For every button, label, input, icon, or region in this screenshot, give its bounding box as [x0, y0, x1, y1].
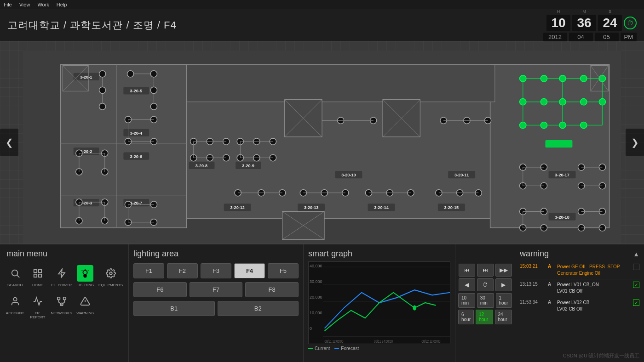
y-label-30000: 30,000 [310, 279, 322, 284]
menu-item-tr-report[interactable]: TR. REPORT [27, 291, 48, 322]
svg-text:08/12 12:00:00: 08/12 12:00:00 [422, 339, 441, 344]
time-30min[interactable]: 30 min [477, 293, 494, 308]
floor-f8[interactable]: F8 [245, 282, 299, 297]
warning-time-3: 11:53:34 [520, 300, 545, 305]
smart-graph-panel: smart graph 40,000 30,000 20,000 10,000 … [304, 244, 455, 362]
clock-period: PM [621, 33, 637, 41]
svg-line-194 [88, 271, 88, 271]
menu-lighting-label: LIGHTING [77, 283, 94, 288]
svg-text:3-20-11: 3-20-11 [454, 173, 469, 177]
svg-point-47 [99, 103, 106, 110]
menu-item-networks[interactable]: NETWORKS [50, 291, 73, 322]
warning-text-3: Power LV02 CBLV02 CB Off [557, 300, 630, 312]
svg-rect-188 [39, 270, 41, 272]
warning-title: warning [520, 249, 549, 259]
warning-text-1: Power GE OIL_PRESS_STOP Generator Engine… [557, 264, 630, 277]
account-icon [7, 293, 23, 310]
nav-left-button[interactable]: ❮ [0, 129, 18, 156]
ctrl-row-2: ◀ ⏱ ▶ [458, 278, 512, 291]
time-6hour[interactable]: 6 hour [458, 310, 474, 324]
menu-search-label: SEARCH [7, 283, 23, 288]
time-10min[interactable]: 10 min [458, 293, 475, 308]
warning-check-3[interactable]: ✓ [633, 300, 639, 306]
menu-help[interactable]: Help [57, 2, 67, 7]
menu-work[interactable]: Work [37, 2, 49, 7]
svg-point-52 [150, 87, 157, 93]
y-label-20000: 20,000 [310, 295, 322, 300]
svg-point-185 [12, 270, 17, 276]
svg-point-195 [109, 272, 112, 275]
menu-home-label: HOME [32, 283, 43, 288]
ctrl-skip-next[interactable]: ⏭ [477, 264, 494, 277]
menu-item-equipments[interactable]: EQUIPMENTS [98, 263, 124, 289]
floor-f7[interactable]: F7 [190, 282, 243, 297]
ctrl-fast-forward[interactable]: ▶▶ [495, 264, 512, 277]
floor-b2[interactable]: B2 [218, 301, 299, 316]
ctrl-next[interactable]: ▶ [495, 278, 512, 291]
warning-text-2: Power LV01 CB_ONLV01 CB Off [557, 282, 630, 294]
floor-f5[interactable]: F5 [268, 263, 299, 278]
svg-point-133 [581, 75, 587, 82]
warning-check-1[interactable] [633, 264, 639, 270]
main-menu-grid: SEARCH HOME EL. POWER [5, 263, 124, 322]
time-12hour[interactable]: 12 hour [476, 310, 493, 324]
svg-text:3-20-14: 3-20-14 [374, 205, 389, 210]
floor-f4[interactable]: F4 [234, 263, 265, 278]
menu-item-home[interactable]: HOME [27, 263, 48, 289]
warning-check-2[interactable]: ✓ [633, 282, 639, 288]
svg-point-135 [520, 99, 526, 105]
svg-rect-190 [39, 274, 41, 277]
floor-f6[interactable]: F6 [133, 282, 187, 297]
menu-item-search[interactable]: SEARCH [5, 263, 25, 289]
menu-file[interactable]: File [4, 2, 12, 7]
floor-b1[interactable]: B1 [133, 301, 215, 316]
nav-right-button[interactable]: ❯ [626, 129, 644, 156]
svg-point-53 [150, 103, 157, 110]
menu-item-warning[interactable]: WARNING [75, 291, 96, 322]
warning-expand-button[interactable]: ▲ [633, 250, 639, 258]
warning-title-bar: warning ▲ [520, 249, 639, 259]
svg-point-134 [599, 75, 605, 82]
warning-item-3: 11:53:34 A Power LV02 CBLV02 CB Off ✓ [520, 297, 639, 315]
svg-point-211 [413, 305, 416, 311]
y-label-10000: 10,000 [310, 311, 322, 315]
clock-time: H 10 M 36 S 24 ⏱ [546, 9, 637, 31]
lighting-area-title: lighting area [133, 249, 299, 259]
network-icon [53, 293, 70, 310]
menu-item-account[interactable]: ACCOUNT [5, 291, 25, 322]
menu-view[interactable]: View [19, 2, 30, 7]
warning-level-1: A [548, 264, 554, 269]
ctrl-prev[interactable]: ◀ [459, 278, 475, 291]
floor-f1[interactable]: F1 [133, 263, 164, 278]
svg-rect-2 [186, 97, 494, 219]
ctrl-clock[interactable]: ⏱ [477, 278, 494, 291]
second-label: S [609, 9, 611, 14]
ctrl-row-1: ⏮ ⏭ ▶▶ [458, 264, 512, 277]
tr-report-icon [29, 293, 46, 310]
warning-level-3: A [548, 300, 554, 305]
svg-point-50 [127, 71, 133, 77]
floor-f2[interactable]: F2 [167, 263, 198, 278]
time-24hour[interactable]: 24 hour [495, 310, 512, 324]
svg-point-140 [520, 122, 526, 128]
clock-date: 2012 04 05 PM [543, 33, 637, 41]
svg-rect-187 [34, 270, 37, 272]
svg-point-130 [520, 75, 526, 82]
smart-graph-title: smart graph [308, 249, 450, 259]
ctrl-skip-prev[interactable]: ⏮ [459, 264, 475, 277]
graph-container: 40,000 30,000 20,000 10,000 0 08/11 12: [308, 261, 450, 344]
breadcrumb: 고려대학교 / 과학도서관 / 조명 / F4 [7, 18, 177, 32]
svg-text:3-20-10: 3-20-10 [341, 173, 356, 177]
floor-f3[interactable]: F3 [201, 263, 231, 278]
equipment-icon [103, 265, 119, 282]
menu-warning-label: WARNING [76, 311, 94, 316]
svg-point-142 [559, 122, 566, 128]
svg-point-136 [540, 99, 547, 105]
time-1hour[interactable]: 1 hour [496, 293, 512, 308]
menu-item-lighting[interactable]: LIGHTING [75, 263, 96, 289]
svg-text:3-20-6: 3-20-6 [130, 154, 142, 159]
svg-point-143 [581, 122, 587, 128]
clock-hours: 10 [546, 15, 570, 31]
controls-section: ⏮ ⏭ ▶▶ ◀ ⏱ ▶ 10 min 30 min 1 hour 6 hour… [455, 244, 515, 362]
menu-item-elpower[interactable]: EL. POWER [50, 263, 73, 289]
